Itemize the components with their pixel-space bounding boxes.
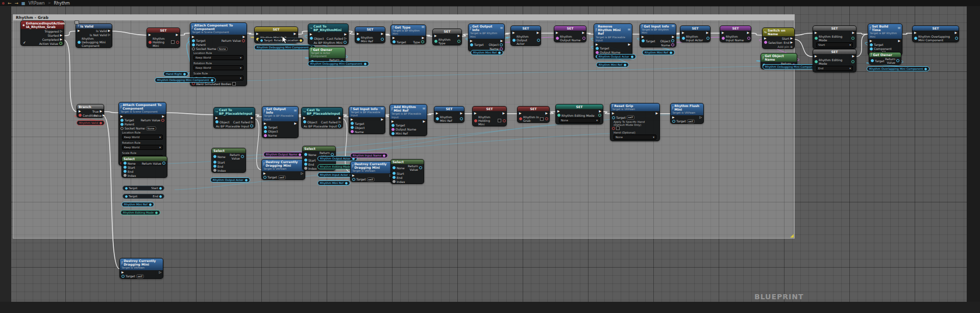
exec-pin[interactable]: ▶: [628, 43, 630, 46]
checkbox[interactable]: [616, 126, 620, 130]
get-relative-location[interactable]: TargetRelative Location: [258, 38, 304, 43]
exec-pin[interactable]: ▶: [103, 114, 105, 117]
select-1[interactable]: SelectNoneReturn ValueStartEndIndex: [121, 156, 167, 178]
wild-pin[interactable]: [120, 127, 124, 130]
bool-pin[interactable]: [545, 117, 548, 120]
get-rhythm-mini-ref-a[interactable]: Rhythm Mini Ref: [471, 50, 503, 55]
exec-pin[interactable]: ▶: [422, 36, 424, 39]
nav-forward-icon[interactable]: →: [15, 1, 19, 6]
blueprint-icon[interactable]: ▦: [21, 1, 26, 6]
get-rhythm-mini-ref-e[interactable]: Rhythm Mini Ref: [317, 180, 350, 186]
value-tag[interactable]: self: [136, 274, 144, 279]
object-pin[interactable]: [870, 43, 873, 46]
exec-pin[interactable]: ▶: [120, 115, 123, 118]
exec-pin[interactable]: ▶: [303, 116, 306, 119]
destroy-currently-dragging-mini-1[interactable]: ƒDestroy Currently Dragging MiniTarget i…: [119, 258, 163, 279]
object-pin[interactable]: [241, 155, 244, 158]
set-rhythm-editing-mode-end[interactable]: SET▶▶Rhythm Editing ModeEnd▾: [813, 49, 856, 72]
checkbox[interactable]: [540, 117, 544, 121]
exec-pin[interactable]: ▶: [263, 172, 266, 175]
exec-pin[interactable]: ▶: [852, 55, 854, 58]
object-pin[interactable]: [537, 39, 540, 42]
name-pin[interactable]: [383, 154, 385, 157]
exec-pin[interactable]: ▷: [159, 271, 161, 274]
object-pin[interactable]: [120, 119, 124, 122]
comment-bubble-icon[interactable]: [75, 20, 79, 24]
exec-pin[interactable]: ▶: [519, 112, 522, 115]
object-pin[interactable]: [125, 187, 128, 190]
exec-pin[interactable]: ▶: [815, 31, 817, 34]
exec-pin[interactable]: ▶: [352, 174, 355, 177]
cast-to-bp-placeableinput-2[interactable]: ↪Cast To BP_PlaceableInput▶▶ObjectCast F…: [301, 107, 343, 128]
destroy-currently-dragging-mini-2[interactable]: ƒDestroy Currently Dragging MiniTarget i…: [261, 159, 305, 180]
object-pin[interactable]: [393, 40, 396, 43]
object-pin[interactable]: [304, 153, 307, 156]
get-rhythm-overlapping-mini-component[interactable]: Rhythm Overlapping Mini Component: [867, 66, 929, 71]
exec-pin[interactable]: ▷: [60, 30, 62, 33]
object-pin[interactable]: [631, 56, 633, 58]
nav-back-icon[interactable]: ←: [8, 1, 12, 6]
exec-pin[interactable]: ▶: [642, 35, 644, 38]
checkbox[interactable]: [232, 82, 236, 86]
exec-pin[interactable]: ▶: [612, 112, 615, 115]
set-rhythm-output-name[interactable]: SET▶▶Rhythm Output Name: [554, 25, 586, 42]
bool-pin[interactable]: [149, 41, 152, 44]
exec-pin[interactable]: ▶: [460, 112, 462, 115]
exec-pin[interactable]: ▶: [391, 120, 394, 123]
select-2[interactable]: SelectNoneReturn ValueStartEndIndex: [211, 148, 246, 173]
value-tag[interactable]: self: [278, 175, 286, 180]
object-pin[interactable]: [706, 37, 709, 40]
exec-pin[interactable]: ▶: [192, 35, 194, 38]
exec-pin[interactable]: ▶: [764, 37, 767, 40]
object-pin[interactable]: [500, 43, 503, 46]
exec-pin[interactable]: ▶: [423, 120, 425, 123]
name-pin[interactable]: [299, 153, 301, 156]
object-pin[interactable]: [364, 63, 366, 65]
object-pin[interactable]: [250, 124, 253, 127]
object-pin[interactable]: [192, 43, 195, 46]
exec-pin[interactable]: ▶: [162, 115, 164, 118]
name-pin[interactable]: [671, 43, 674, 46]
exec-pin[interactable]: ▶: [457, 34, 460, 37]
cast-to-bp-rhythmmini[interactable]: ↪Cast To BP_RhythmMini▶▶ObjectCast Faile…: [308, 23, 349, 45]
name-pin[interactable]: [722, 37, 725, 40]
object-pin[interactable]: [124, 166, 127, 169]
add-rhythm-mini-ref[interactable]: ƒAdd Rhythm Mini Ref✉Target is BP Placea…: [389, 104, 427, 136]
name-pin[interactable]: [556, 37, 559, 40]
checkbox[interactable]: [498, 119, 501, 122]
exec-pin[interactable]: ▶: [914, 31, 917, 34]
wild-pin[interactable]: [192, 47, 195, 50]
exec-pin[interactable]: ▶: [582, 31, 584, 34]
set-rhythm-type[interactable]: SET▶▶Rhythm Type: [432, 29, 462, 45]
exec-pin[interactable]: ▶: [791, 41, 793, 44]
breadcrumb-current[interactable]: Rhythm: [54, 1, 70, 6]
object-pin[interactable]: [120, 123, 124, 126]
get-rhythm-valid[interactable]: Rhythm Valid: [77, 120, 105, 125]
exec-pin[interactable]: ▶: [722, 31, 724, 34]
object-pin[interactable]: [260, 39, 263, 42]
object-pin[interactable]: [344, 41, 347, 44]
dropdown[interactable]: Keep World▾: [193, 65, 243, 70]
set-rhythm-overlapping-mini-component[interactable]: SET▶▶Rhythm Overlapping Mini Component: [912, 25, 959, 42]
object-pin[interactable]: [303, 120, 306, 123]
enum-pin[interactable]: [815, 37, 818, 40]
set-rhythm-input-name[interactable]: SET▶▶Rhythm Input Name: [720, 25, 751, 42]
object-pin[interactable]: [381, 38, 384, 41]
set-rhythm-mini-ref-1[interactable]: SET▶▶Rhythm Mini Ref: [355, 27, 385, 43]
exec-pin[interactable]: ▶: [599, 110, 601, 113]
event-ia-rhythm-grab[interactable]: ◆EnhancedInputAction IA_Rhythm_GrabTrigg…: [20, 20, 64, 46]
get-rhythm-mini-ref-b[interactable]: Rhythm Mini Ref: [596, 62, 629, 67]
object-pin[interactable]: [393, 176, 396, 179]
object-pin[interactable]: [351, 126, 354, 129]
object-pin[interactable]: [245, 179, 248, 181]
bool-pin[interactable]: [79, 114, 82, 117]
exec-pin[interactable]: ▶: [149, 33, 151, 36]
exec-pin[interactable]: ▶: [121, 271, 124, 274]
object-pin[interactable]: [351, 122, 354, 125]
name-pin[interactable]: [391, 128, 395, 131]
set-rhythm-holding-mini-2[interactable]: SET▶▶Rhythm Holding Mini: [472, 106, 507, 126]
comment-resize-handle[interactable]: [790, 234, 794, 238]
switch-on-name[interactable]: ⇆Switch on Name▶Start▶SelectionEnd▶Add p…: [762, 28, 795, 49]
set-rhythm-input-actor[interactable]: SET▶▶Rhythm Input Actor: [680, 25, 710, 42]
get-rhythm-mini-ref-d[interactable]: Rhythm Mini Ref: [121, 202, 154, 207]
